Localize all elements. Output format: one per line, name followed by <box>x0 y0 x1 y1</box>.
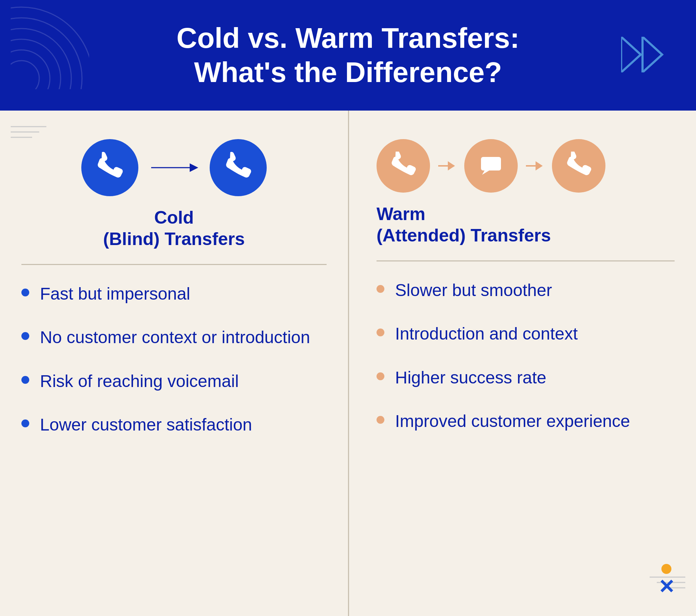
cold-bullet-list: Fast but impersonal No customer context … <box>21 283 327 458</box>
header: Cold vs. Warm Transfers: What's the Diff… <box>0 0 696 111</box>
svg-point-0 <box>11 61 39 89</box>
cold-bullet-3: Risk of reaching voicemail <box>21 370 327 392</box>
warm-bullet-dot-2 <box>377 329 384 336</box>
warm-bullet-list: Slower but smoother Introduction and con… <box>377 279 675 454</box>
svg-marker-21 <box>536 161 543 170</box>
logo-dot <box>661 564 671 574</box>
cold-bullet-4: Lower customer satisfaction <box>21 414 327 436</box>
warm-bullet-dot-1 <box>377 285 384 293</box>
cold-bullet-dot-4 <box>21 419 29 427</box>
warm-bullet-3: Higher success rate <box>377 367 675 389</box>
cold-bullet-text-2: No customer context or introduction <box>40 326 310 348</box>
warm-bullet-text-4: Improved customer experience <box>395 410 630 432</box>
warm-bullet-2: Introduction and context <box>377 323 675 345</box>
logo-x-icon: ✕ <box>658 575 675 598</box>
warm-arrow-1 <box>436 157 458 175</box>
header-title-line2: What's the Difference? <box>176 55 520 90</box>
cold-icons-area <box>21 139 327 196</box>
warm-arrow-2 <box>524 157 546 175</box>
warm-icons-area <box>377 139 675 193</box>
cold-phone-icon-left <box>81 139 138 196</box>
cold-bullet-text-1: Fast but impersonal <box>40 283 190 305</box>
cold-bullet-dot-3 <box>21 376 29 384</box>
cold-bullet-2: No customer context or introduction <box>21 326 327 348</box>
main-content: Cold (Blind) Transfers Fast but imperson… <box>0 111 696 616</box>
warm-bullet-text-3: Higher success rate <box>395 367 546 389</box>
svg-marker-19 <box>482 170 489 175</box>
cold-column: Cold (Blind) Transfers Fast but imperson… <box>0 111 348 616</box>
warm-bullet-text-1: Slower but smoother <box>395 279 552 301</box>
cold-bullet-dot-2 <box>21 332 29 340</box>
svg-marker-15 <box>190 163 198 172</box>
logo-area: ✕ <box>658 564 675 598</box>
warm-column: Warm (Attended) Transfers Slower but smo… <box>348 111 696 616</box>
warm-transfer-label: Warm (Attended) Transfers <box>377 203 675 246</box>
warm-bullet-4: Improved customer experience <box>377 410 675 432</box>
header-circles-decoration <box>11 0 89 89</box>
cold-label-line1: Cold <box>21 207 327 228</box>
warm-phone-icon-left <box>377 139 430 193</box>
cold-bullet-text-4: Lower customer satisfaction <box>40 414 252 436</box>
warm-horizontal-divider <box>377 260 675 261</box>
svg-rect-18 <box>481 157 501 170</box>
cold-transfer-arrow <box>145 161 203 175</box>
svg-point-3 <box>11 29 71 89</box>
warm-bullet-1: Slower but smoother <box>377 279 675 301</box>
deco-lines-top-left <box>11 121 53 155</box>
warm-bullet-text-2: Introduction and context <box>395 323 578 345</box>
svg-marker-7 <box>643 37 662 72</box>
cold-phone-icon-right <box>210 139 267 196</box>
svg-point-2 <box>11 39 61 89</box>
warm-phone-icon-right <box>552 139 605 193</box>
vertical-divider <box>348 111 349 616</box>
svg-point-1 <box>11 50 50 89</box>
skip-forward-icon <box>621 37 667 74</box>
svg-marker-17 <box>448 161 455 170</box>
cold-bullet-dot-1 <box>21 289 29 296</box>
cold-bullet-1: Fast but impersonal <box>21 283 327 305</box>
header-title: Cold vs. Warm Transfers: What's the Diff… <box>176 21 520 90</box>
cold-bullet-text-3: Risk of reaching voicemail <box>40 370 239 392</box>
cold-horizontal-divider <box>21 264 327 265</box>
warm-label-line2: (Attended) Transfers <box>377 225 675 246</box>
cold-label-line2: (Blind) Transfers <box>21 228 327 250</box>
svg-marker-6 <box>621 37 641 72</box>
warm-label-line1: Warm <box>377 203 675 225</box>
warm-bullet-dot-3 <box>377 372 384 380</box>
warm-chat-icon <box>464 139 518 193</box>
header-title-line1: Cold vs. Warm Transfers: <box>176 21 520 55</box>
cold-transfer-label: Cold (Blind) Transfers <box>21 207 327 250</box>
warm-bullet-dot-4 <box>377 416 384 424</box>
